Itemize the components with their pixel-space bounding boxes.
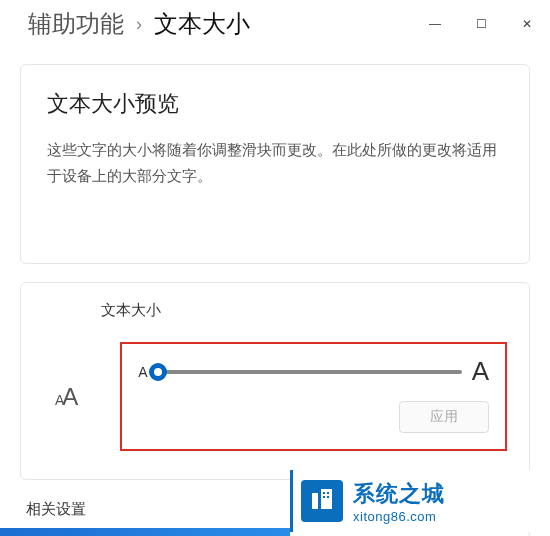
- slider-row: A A: [138, 356, 489, 387]
- text-size-preview-card: 文本大小预览 这些文字的大小将随着你调整滑块而更改。在此处所做的更改将适用于设备…: [20, 64, 530, 264]
- watermark-logo-icon: [301, 480, 343, 522]
- chevron-right-icon: ›: [136, 14, 142, 35]
- apply-button[interactable]: 应用: [399, 401, 489, 433]
- watermark-url: xitong86.com: [353, 509, 445, 524]
- svg-rect-2: [323, 492, 325, 494]
- svg-rect-5: [327, 496, 329, 498]
- taskbar-edge: [0, 528, 290, 536]
- svg-rect-3: [327, 492, 329, 494]
- preview-title: 文本大小预览: [47, 89, 503, 119]
- breadcrumb: 辅助功能 › 文本大小: [28, 8, 250, 40]
- text-size-icon: AA: [55, 383, 76, 411]
- svg-rect-1: [321, 489, 332, 509]
- breadcrumb-current: 文本大小: [154, 8, 250, 40]
- slider-max-label: A: [472, 356, 489, 387]
- breadcrumb-parent[interactable]: 辅助功能: [28, 8, 124, 40]
- maximize-button[interactable]: ☐: [458, 8, 504, 40]
- text-size-slider[interactable]: [158, 370, 462, 374]
- preview-description: 这些文字的大小将随着你调整滑块而更改。在此处所做的更改将适用于设备上的大部分文字…: [47, 137, 503, 188]
- svg-rect-0: [312, 493, 318, 509]
- close-button[interactable]: ✕: [504, 8, 550, 40]
- titlebar: 辅助功能 › 文本大小 — ☐ ✕: [0, 0, 550, 48]
- text-size-label: 文本大小: [101, 301, 507, 320]
- content-area: 文本大小预览 这些文字的大小将随着你调整滑块而更改。在此处所做的更改将适用于设备…: [0, 48, 550, 536]
- text-size-card: 文本大小 AA A A 应用: [20, 282, 530, 480]
- watermark-brand: 系统之城: [353, 479, 445, 509]
- window-controls: — ☐ ✕: [412, 8, 550, 40]
- minimize-button[interactable]: —: [412, 8, 458, 40]
- svg-rect-4: [323, 496, 325, 498]
- slider-thumb[interactable]: [149, 363, 167, 381]
- slider-min-label: A: [138, 364, 147, 380]
- watermark-text: 系统之城 xitong86.com: [353, 479, 445, 524]
- watermark: 系统之城 xitong86.com: [290, 470, 550, 532]
- text-size-row: AA A A 应用: [43, 342, 507, 451]
- settings-window: 辅助功能 › 文本大小 — ☐ ✕ 文本大小预览 这些文字的大小将随着你调整滑块…: [0, 0, 550, 536]
- slider-highlight-box: A A 应用: [120, 342, 507, 451]
